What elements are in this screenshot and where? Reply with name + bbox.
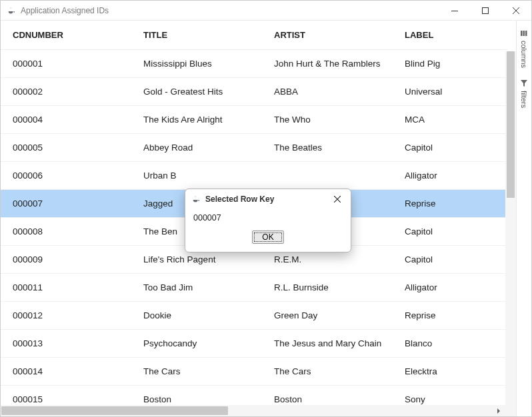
cell-cdnumber[interactable]: 000007: [1, 190, 131, 218]
cell-artist[interactable]: The Jesus and Mary Chain: [262, 330, 393, 358]
cell-artist[interactable]: R.L. Burnside: [262, 274, 393, 302]
svg-rect-1: [521, 31, 523, 36]
titlebar: Application Assigned IDs: [1, 1, 531, 21]
cell-label[interactable]: Blind Pig: [393, 50, 507, 78]
col-artist[interactable]: ARTIST: [262, 21, 393, 50]
cell-cdnumber[interactable]: 000008: [1, 218, 131, 246]
cell-cdnumber[interactable]: 000005: [1, 134, 131, 162]
table-row[interactable]: 000012DookieGreen DayReprise: [1, 302, 507, 330]
app-window: Application Assigned IDs CDNUMBER TITLE: [0, 0, 532, 417]
table-row[interactable]: 000013PsychocandyThe Jesus and Mary Chai…: [1, 330, 507, 358]
cell-label[interactable]: Reprise: [393, 190, 507, 218]
cell-artist[interactable]: The Beatles: [262, 134, 393, 162]
selected-row-key-dialog: Selected Row Key 000007 OK: [185, 189, 351, 252]
table-row[interactable]: 000014The CarsThe CarsElecktra: [1, 358, 507, 386]
col-title[interactable]: TITLE: [131, 21, 262, 50]
cell-cdnumber[interactable]: 000001: [1, 50, 131, 78]
cell-cdnumber[interactable]: 000002: [1, 78, 131, 106]
window-title: Application Assigned IDs: [21, 6, 109, 15]
table-row[interactable]: 000011Too Bad JimR.L. BurnsideAlligator: [1, 274, 507, 302]
scroll-right-arrow-icon[interactable]: [493, 405, 504, 416]
cell-title[interactable]: The Cars: [131, 358, 262, 386]
cell-title[interactable]: Psychocandy: [131, 330, 262, 358]
cell-title[interactable]: The Kids Are Alright: [131, 106, 262, 134]
cell-cdnumber[interactable]: 000013: [1, 330, 131, 358]
cell-artist[interactable]: ABBA: [262, 78, 393, 106]
cell-cdnumber[interactable]: 000009: [1, 246, 131, 274]
dialog-close-button[interactable]: [329, 191, 345, 207]
cell-title[interactable]: Mississippi Blues: [131, 50, 262, 78]
dialog-titlebar: Selected Row Key: [185, 189, 351, 209]
dialog-title: Selected Row Key: [205, 195, 274, 204]
cell-cdnumber[interactable]: 000004: [1, 106, 131, 134]
table-row[interactable]: 000002Gold - Greatest HitsABBAUniversal: [1, 78, 507, 106]
col-label[interactable]: LABEL: [393, 21, 507, 50]
funnel-icon: [521, 80, 527, 88]
col-cdnumber[interactable]: CDNUMBER: [1, 21, 131, 50]
cell-artist[interactable]: The Who: [262, 106, 393, 134]
cell-cdnumber[interactable]: 000011: [1, 274, 131, 302]
columns-icon: [521, 30, 527, 38]
cell-artist[interactable]: [262, 162, 393, 190]
cell-artist[interactable]: The Cars: [262, 358, 393, 386]
cell-title[interactable]: Urban B: [131, 162, 262, 190]
filters-tab[interactable]: filters: [520, 80, 528, 108]
java-cup-icon: [6, 5, 17, 16]
vertical-scroll-thumb[interactable]: [507, 51, 515, 198]
ok-button[interactable]: OK: [252, 230, 283, 244]
dialog-message: 000007: [185, 209, 351, 225]
horizontal-scrollbar[interactable]: [1, 405, 516, 416]
cell-artist[interactable]: Boston: [262, 386, 393, 406]
cell-title[interactable]: Gold - Greatest Hits: [131, 78, 262, 106]
svg-rect-3: [525, 31, 527, 36]
close-button[interactable]: [501, 1, 531, 21]
table-row[interactable]: 000001Mississippi BluesJohn Hurt & The R…: [1, 50, 507, 78]
svg-rect-2: [523, 31, 525, 36]
columns-tab[interactable]: columns: [520, 30, 528, 68]
cell-title[interactable]: Too Bad Jim: [131, 274, 262, 302]
filters-tab-label: filters: [520, 91, 528, 108]
cell-label[interactable]: Reprise: [393, 302, 507, 330]
cell-label[interactable]: Blanco: [393, 330, 507, 358]
cell-label[interactable]: Alligator: [393, 274, 507, 302]
cell-label[interactable]: Capitol: [393, 246, 507, 274]
cell-label[interactable]: Capitol: [393, 218, 507, 246]
cell-label[interactable]: Sony: [393, 386, 507, 406]
cell-label[interactable]: MCA: [393, 106, 507, 134]
cell-cdnumber[interactable]: 000015: [1, 386, 131, 406]
side-tabs: columns filters: [517, 21, 531, 416]
minimize-button[interactable]: [439, 1, 470, 21]
cell-artist[interactable]: Green Day: [262, 302, 393, 330]
cell-cdnumber[interactable]: 000006: [1, 162, 131, 190]
cell-cdnumber[interactable]: 000012: [1, 302, 131, 330]
maximize-button[interactable]: [470, 1, 501, 21]
content-area: CDNUMBER TITLE ARTIST LABEL 000001Missis…: [1, 21, 517, 416]
columns-tab-label: columns: [520, 41, 528, 68]
horizontal-scroll-thumb[interactable]: [1, 406, 228, 415]
table-row[interactable]: 000005Abbey RoadThe BeatlesCapitol: [1, 134, 507, 162]
table-header-row: CDNUMBER TITLE ARTIST LABEL: [1, 21, 507, 50]
cell-label[interactable]: Alligator: [393, 162, 507, 190]
cell-label[interactable]: Universal: [393, 78, 507, 106]
cell-artist[interactable]: John Hurt & The Ramblers: [262, 50, 393, 78]
cell-cdnumber[interactable]: 000014: [1, 358, 131, 386]
table-row[interactable]: 000004The Kids Are AlrightThe WhoMCA: [1, 106, 507, 134]
table-row[interactable]: 000006Urban BAlligator: [1, 162, 507, 190]
vertical-scrollbar[interactable]: [505, 51, 516, 405]
cell-title[interactable]: Dookie: [131, 302, 262, 330]
cell-label[interactable]: Capitol: [393, 134, 507, 162]
svg-rect-0: [483, 7, 489, 13]
cell-title[interactable]: Abbey Road: [131, 134, 262, 162]
java-cup-icon: [191, 194, 201, 205]
table-row[interactable]: 000015BostonBostonSony: [1, 386, 507, 406]
cell-title[interactable]: Boston: [131, 386, 262, 406]
cell-label[interactable]: Elecktra: [393, 358, 507, 386]
